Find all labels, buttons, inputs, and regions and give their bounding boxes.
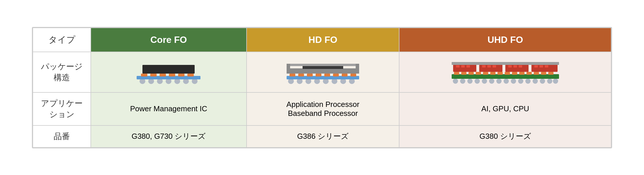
svg-rect-36 — [356, 64, 359, 74]
svg-rect-55 — [468, 72, 474, 75]
svg-rect-23 — [287, 76, 359, 79]
svg-point-43 — [496, 79, 502, 84]
svg-point-39 — [467, 79, 473, 84]
svg-rect-12 — [178, 74, 184, 76]
svg-rect-77 — [508, 65, 512, 68]
core-fo-application-value: Power Management IC — [130, 104, 207, 113]
svg-rect-52 — [452, 74, 559, 79]
uhd-fo-model-cell: G380 シリーズ — [399, 125, 611, 147]
hd-fo-application-cell: Application Processor Baseband Processor — [247, 92, 399, 125]
type-header: タイプ — [33, 28, 91, 52]
svg-rect-83 — [452, 62, 559, 65]
svg-point-49 — [540, 79, 545, 84]
hd-fo-header: HD FO — [247, 28, 399, 52]
svg-rect-34 — [287, 64, 359, 66]
svg-rect-71 — [456, 65, 460, 68]
svg-rect-76 — [493, 65, 496, 68]
svg-point-50 — [547, 79, 552, 84]
svg-point-42 — [489, 79, 494, 84]
svg-rect-75 — [487, 65, 491, 68]
svg-rect-29 — [333, 74, 339, 76]
svg-point-45 — [511, 79, 516, 84]
svg-point-40 — [475, 79, 480, 84]
svg-rect-62 — [519, 72, 524, 75]
svg-rect-28 — [324, 74, 330, 76]
svg-point-37 — [453, 79, 458, 84]
hd-fo-model-cell: G386 シリーズ — [247, 125, 399, 147]
svg-rect-11 — [169, 74, 175, 76]
svg-rect-73 — [466, 65, 470, 68]
svg-rect-56 — [476, 72, 481, 75]
hd-fo-package-img — [254, 59, 392, 85]
svg-rect-61 — [512, 72, 517, 75]
model-label: 品番 — [33, 125, 91, 147]
svg-rect-58 — [490, 72, 495, 75]
svg-rect-13 — [187, 74, 194, 76]
hd-fo-model-value: G386 シリーズ — [297, 132, 349, 141]
core-fo-package-svg — [134, 59, 203, 85]
svg-rect-31 — [350, 74, 356, 76]
svg-rect-63 — [527, 72, 532, 75]
svg-rect-24 — [290, 74, 295, 76]
svg-rect-26 — [307, 74, 313, 76]
svg-point-38 — [460, 79, 465, 84]
svg-rect-8 — [141, 74, 147, 76]
uhd-fo-package-img — [406, 59, 604, 85]
svg-rect-30 — [342, 74, 348, 76]
svg-rect-82 — [545, 65, 548, 68]
svg-rect-53 — [454, 72, 459, 75]
svg-rect-66 — [548, 72, 553, 75]
svg-point-44 — [504, 79, 509, 84]
package-label: パッケージ構造 — [33, 52, 91, 92]
svg-rect-81 — [540, 65, 543, 68]
svg-rect-80 — [534, 65, 538, 68]
core-fo-model-value: G380, G730 シリーズ — [131, 132, 206, 141]
svg-point-41 — [482, 79, 487, 84]
core-fo-package-cell — [91, 52, 247, 92]
hd-fo-application-line1: Application Processor — [286, 100, 359, 109]
comparison-table: タイプ Core FO HD FO UHD FO パッケージ構造 — [32, 27, 612, 148]
svg-point-51 — [553, 79, 558, 84]
svg-rect-65 — [541, 72, 546, 75]
svg-rect-57 — [483, 72, 488, 75]
svg-rect-64 — [534, 72, 539, 75]
svg-rect-78 — [513, 65, 517, 68]
uhd-fo-model-value: G380 シリーズ — [480, 132, 531, 141]
svg-point-47 — [525, 79, 531, 84]
svg-rect-79 — [519, 65, 522, 68]
hd-fo-package-cell — [247, 52, 399, 92]
svg-rect-9 — [150, 74, 157, 76]
uhd-fo-application-value: AI, GPU, CPU — [481, 104, 529, 113]
svg-rect-74 — [482, 65, 486, 68]
svg-rect-10 — [160, 74, 166, 76]
uhd-fo-header: UHD FO — [399, 28, 611, 52]
svg-point-48 — [533, 79, 538, 84]
core-fo-header: Core FO — [91, 28, 247, 52]
hd-fo-application-line2: Baseband Processor — [288, 109, 358, 118]
application-label: アプリケーション — [33, 92, 91, 125]
svg-rect-59 — [498, 72, 503, 75]
core-fo-application-cell: Power Management IC — [91, 92, 247, 125]
svg-rect-35 — [287, 64, 290, 74]
uhd-fo-package-cell — [399, 52, 611, 92]
uhd-fo-package-svg — [450, 59, 560, 85]
svg-rect-32 — [287, 68, 359, 74]
svg-rect-72 — [461, 65, 465, 68]
uhd-fo-application-cell: AI, GPU, CPU — [399, 92, 611, 125]
svg-rect-25 — [298, 74, 304, 76]
application-row: アプリケーション Power Management IC Application… — [33, 92, 611, 125]
model-row: 品番 G380, G730 シリーズ G386 シリーズ G380 シリーズ — [33, 125, 611, 147]
svg-point-46 — [518, 79, 523, 84]
hd-fo-package-svg — [285, 59, 361, 85]
core-fo-package-img — [98, 59, 239, 85]
svg-rect-14 — [142, 65, 195, 74]
svg-rect-60 — [505, 72, 510, 75]
package-row: パッケージ構造 — [33, 52, 611, 92]
core-fo-model-cell: G380, G730 シリーズ — [91, 125, 247, 147]
svg-rect-54 — [461, 72, 466, 75]
svg-rect-27 — [316, 74, 321, 76]
